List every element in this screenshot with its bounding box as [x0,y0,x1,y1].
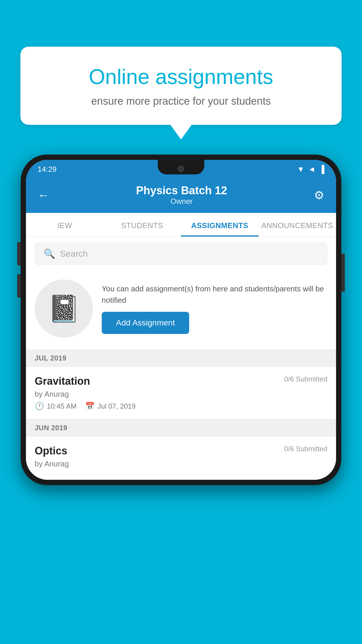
status-icons: ▼ ◄ ▐ [297,165,324,174]
tab-overview[interactable]: IEW [26,213,103,237]
search-placeholder: Search [60,249,88,259]
assignment-title-optics: Optics [35,445,67,457]
bubble-subtitle: ensure more practice for your students [41,95,321,107]
assignment-gravitation[interactable]: Gravitation 0/6 Submitted by Anurag 🕐 10… [26,367,336,419]
gravitation-time-value: 10:45 AM [47,402,76,410]
assignment-optics[interactable]: Optics 0/6 Submitted by Anurag [26,437,336,480]
assignment-row1: Gravitation 0/6 Submitted [35,375,327,387]
batch-role: Owner [136,197,227,206]
optics-row1: Optics 0/6 Submitted [35,445,327,457]
gravitation-meta: 🕐 10:45 AM 📅 Jul 07, 2019 [35,402,327,411]
notch [158,160,204,174]
volume-down-button[interactable] [17,274,21,298]
optics-submitted: 0/6 Submitted [284,445,327,453]
batch-title: Physics Batch 12 [136,184,227,197]
promo-description: You can add assignment(s) from here and … [102,283,327,306]
speech-bubble-area: Online assignments ensure more practice … [20,47,342,125]
back-button[interactable]: ← [38,189,49,202]
search-bar[interactable]: 🔍 Search [35,243,327,265]
search-container: 🔍 Search [26,237,336,271]
volume-up-button[interactable] [17,242,21,265]
status-bar: 14:29 ▼ ◄ ▐ [26,160,336,178]
phone-screen: 14:29 ▼ ◄ ▐ ← Physics Batch 12 Owner ⚙ [26,160,336,480]
phone-outer: 14:29 ▼ ◄ ▐ ← Physics Batch 12 Owner ⚙ [21,155,341,485]
front-camera [178,166,184,172]
gravitation-date: 📅 Jul 07, 2019 [85,402,136,411]
promo-section: 📓 You can add assignment(s) from here an… [26,271,336,349]
settings-icon[interactable]: ⚙ [314,188,324,202]
wifi-icon: ▼ [297,165,305,174]
calendar-icon: 📅 [85,402,94,411]
status-time: 14:29 [38,165,57,174]
tab-assignments[interactable]: ASSIGNMENTS [181,213,259,237]
gravitation-date-value: Jul 07, 2019 [97,402,136,410]
power-button[interactable] [341,254,345,292]
notebook-icon: 📓 [48,293,80,324]
clock-icon: 🕐 [35,402,44,411]
tabs-bar: IEW STUDENTS ASSIGNMENTS ANNOUNCEMENTS [26,213,336,237]
phone-mockup: 14:29 ▼ ◄ ▐ ← Physics Batch 12 Owner ⚙ [21,155,341,485]
promo-icon-circle: 📓 [35,279,93,338]
speech-bubble: Online assignments ensure more practice … [20,47,342,125]
signal-icon: ◄ [308,165,316,174]
battery-icon: ▐ [319,165,324,174]
section-jun-2019: JUN 2019 [26,419,336,437]
app-header: ← Physics Batch 12 Owner ⚙ [26,178,336,213]
tab-students[interactable]: STUDENTS [103,213,181,237]
assignment-title-gravitation: Gravitation [35,375,90,387]
optics-author: by Anurag [35,459,327,468]
header-center: Physics Batch 12 Owner [136,184,227,206]
tab-announcements[interactable]: ANNOUNCEMENTS [259,213,336,237]
gravitation-author: by Anurag [35,390,327,399]
bubble-title: Online assignments [41,64,321,89]
section-jul-2019: JUL 2019 [26,349,336,367]
gravitation-time: 🕐 10:45 AM [35,402,76,411]
gravitation-submitted: 0/6 Submitted [284,375,327,383]
search-icon: 🔍 [44,248,55,259]
add-assignment-button[interactable]: Add Assignment [102,312,189,334]
promo-right: You can add assignment(s) from here and … [102,283,327,334]
